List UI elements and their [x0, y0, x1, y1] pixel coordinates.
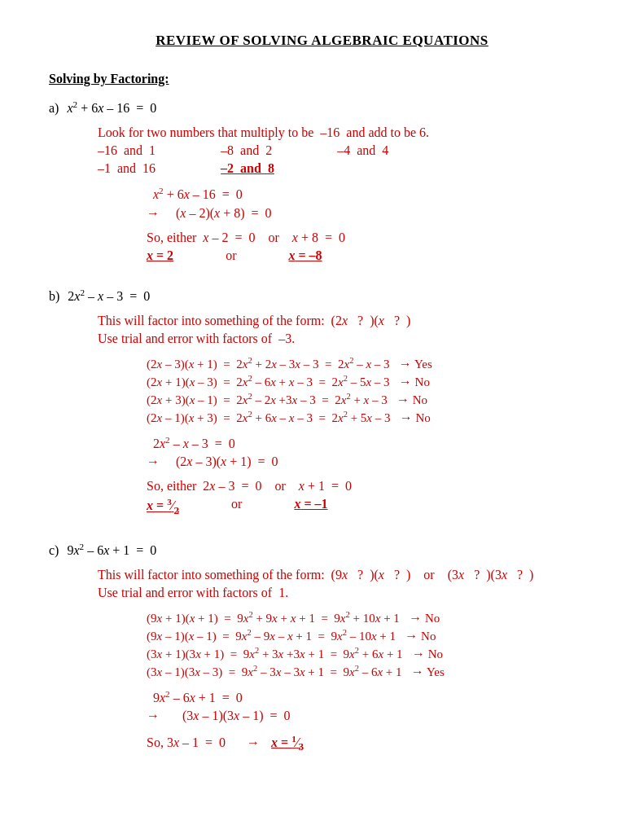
problem-c-description: This will factor into something of the f…: [98, 568, 595, 600]
section-heading: Solving by Factoring:: [49, 72, 595, 86]
problem-a: a) x2 + 6x – 16 = 0 Look for two numbers…: [49, 99, 595, 263]
factor-pairs-row1: –16 and 1 –8 and 2 –4 and 4: [98, 143, 595, 158]
problem-a-equation: x2 + 6x – 16 = 0: [64, 99, 156, 116]
problem-b-steps: 2x2 – x – 3 = 0 → (2x – 3)(x + 1) = 0: [147, 435, 595, 469]
page-title: REVIEW OF SOLVING ALGEBRAIC EQUATIONS: [49, 33, 595, 49]
problem-b: b) 2x2 – x – 3 = 0 This will factor into…: [49, 288, 595, 517]
problem-b-label: b): [49, 289, 59, 304]
problem-b-conclusion: So, either 2x – 3 = 0 or x + 1 = 0 x = 3…: [147, 479, 595, 517]
problem-a-steps: x2 + 6x – 16 = 0 → (x – 2)(x + 8) = 0: [147, 186, 595, 220]
problem-c-label: c): [49, 543, 59, 558]
problem-c-trials: (9x + 1)(x + 1) = 9x2 + 9x + x + 1 = 9x2…: [147, 610, 595, 679]
problem-c: c) 9x2 – 6x + 1 = 0 This will factor int…: [49, 542, 595, 753]
problem-a-description: Look for two numbers that multiply to be…: [98, 125, 595, 140]
problem-a-label: a): [49, 101, 59, 116]
problem-c-steps: 9x2 – 6x + 1 = 0 → (3x – 1)(3x – 1) = 0: [147, 689, 595, 723]
problem-b-description: This will factor into something of the f…: [98, 314, 595, 346]
problem-c-conclusion: So, 3x – 1 = 0 → x = 1⁄3: [147, 733, 595, 753]
problem-b-trials: (2x – 3)(x + 1) = 2x2 + 2x – 3x – 3 = 2x…: [147, 356, 595, 425]
factor-pairs-row2: –1 and 16 –2 and 8: [98, 161, 595, 176]
problem-b-equation: 2x2 – x – 3 = 0: [64, 288, 150, 304]
problem-a-conclusion: So, either x – 2 = 0 or x + 8 = 0 x = 2 …: [147, 230, 595, 263]
problem-c-equation: 9x2 – 6x + 1 = 0: [64, 542, 156, 558]
